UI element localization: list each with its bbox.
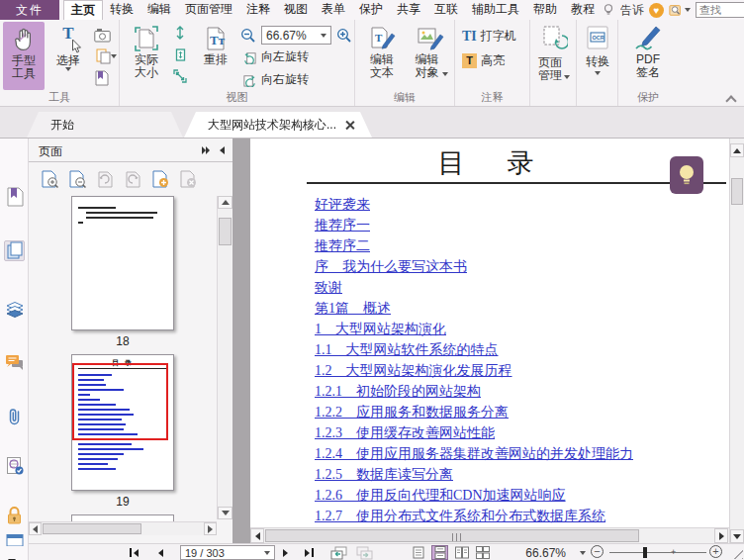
delete-page-button[interactable]: [178, 169, 198, 189]
continuous-facing-view-button[interactable]: [474, 545, 491, 560]
menu-item-页面管理[interactable]: 页面管理: [178, 0, 239, 20]
previous-view-button[interactable]: [330, 545, 347, 560]
panel-scroll-thumb[interactable]: [219, 218, 232, 245]
pages-panel-button[interactable]: [4, 240, 25, 261]
reflow-button[interactable]: Tт 重排: [195, 22, 236, 90]
toc-link[interactable]: 1.2.6 使用反向代理和CDN加速网站响应: [315, 486, 725, 507]
find-input[interactable]: [696, 2, 744, 18]
toc-link[interactable]: 第1篇 概述: [315, 299, 725, 320]
doc-scroll-right-button[interactable]: [714, 528, 728, 543]
status-zoom-value[interactable]: 66.67%: [514, 545, 566, 560]
zoom-in-circle-button[interactable]: +: [709, 545, 722, 558]
toc-link[interactable]: 1.2.2 应用服务和数据服务分离: [315, 403, 725, 423]
window-resize-grip[interactable]: [730, 546, 743, 559]
first-page-button[interactable]: [130, 545, 139, 560]
zoom-slider[interactable]: +: [609, 545, 706, 560]
last-page-button[interactable]: [305, 545, 314, 560]
menu-item-保护[interactable]: 保护: [352, 0, 390, 20]
attachments-panel-button[interactable]: [4, 406, 25, 426]
zoom-level-combo[interactable]: 66.67%: [261, 26, 331, 45]
panel-scroll-up-button[interactable]: [218, 196, 232, 209]
assistant-bulb-button[interactable]: [670, 156, 703, 194]
toc-link[interactable]: 致谢: [315, 278, 725, 299]
convert-button[interactable]: OCR 转换: [581, 24, 614, 103]
next-page-button[interactable]: [283, 545, 288, 560]
toc-link[interactable]: 1.2 大型网站架构演化发展历程: [315, 361, 725, 382]
zoom-out-circle-button[interactable]: −: [591, 545, 604, 558]
page-number-combo[interactable]: 19 / 303: [180, 545, 275, 560]
menu-item-辅助工具[interactable]: 辅助工具: [465, 0, 526, 20]
toc-link[interactable]: 1.1 大型网站软件系统的特点: [315, 340, 725, 361]
toc-link[interactable]: 1.2.1 初始阶段的网站架构: [315, 382, 725, 403]
rotate-left-button[interactable]: 向左旋转: [242, 48, 309, 65]
menu-item-主页[interactable]: 主页: [63, 0, 103, 20]
toc-link[interactable]: 1.2.7 使用分布式文件系统和分布式数据库系统: [315, 507, 725, 527]
panel-hscroll-thumb[interactable]: [43, 523, 141, 534]
favorite-heart-icon[interactable]: ♥: [649, 3, 664, 18]
bookmarks-panel-button[interactable]: [4, 186, 25, 207]
rotate-right-button[interactable]: 向右旋转: [242, 71, 309, 88]
destinations-panel-button[interactable]: [4, 534, 25, 546]
toc-link[interactable]: 1.2.4 使用应用服务器集群改善网站的并发处理能力: [315, 444, 725, 465]
tell-me-label[interactable]: 告诉: [620, 2, 644, 19]
rotate-page-left-button[interactable]: [95, 169, 115, 189]
panel-vertical-scrollbar[interactable]: [217, 196, 232, 519]
security-panel-button[interactable]: [4, 505, 25, 525]
rotate-page-right-button[interactable]: [123, 169, 142, 189]
menu-item-互联[interactable]: 互联: [427, 0, 465, 20]
menu-item-帮助[interactable]: 帮助: [526, 0, 564, 20]
tab-start[interactable]: 开始: [27, 112, 183, 138]
tab-close-icon[interactable]: [345, 120, 354, 129]
highlight-button[interactable]: T 高亮: [462, 52, 505, 69]
toc-link[interactable]: 好评袭来: [315, 195, 725, 216]
doc-vscroll-thumb[interactable]: [731, 178, 743, 205]
panel-splitter[interactable]: [232, 139, 250, 543]
thumbnail-zoom-in-button[interactable]: [40, 169, 59, 189]
status-zoom-caret[interactable]: [580, 545, 586, 560]
previous-page-button[interactable]: [158, 545, 163, 560]
toc-link[interactable]: 1.2.3 使用缓存改善网站性能: [315, 423, 725, 444]
menu-item-教程[interactable]: 教程: [564, 0, 602, 20]
snapshot-button[interactable]: [93, 26, 111, 44]
edit-text-button[interactable]: T 编辑文本: [360, 22, 404, 90]
menu-item-共享[interactable]: 共享: [390, 0, 427, 20]
menu-item-表单[interactable]: 表单: [315, 0, 352, 20]
document-horizontal-scrollbar[interactable]: [250, 527, 729, 543]
file-menu-button[interactable]: 文件: [0, 0, 59, 20]
signatures-panel-button[interactable]: [4, 455, 25, 476]
doc-hscroll-thumb[interactable]: [265, 529, 639, 542]
facing-view-button[interactable]: [453, 545, 470, 560]
toc-link[interactable]: 1 大型网站架构演化: [315, 320, 725, 340]
actual-size-button[interactable]: 实际大小: [124, 22, 169, 90]
document-vertical-scrollbar[interactable]: [729, 139, 744, 543]
doc-scroll-left-button[interactable]: [250, 528, 264, 543]
toc-link[interactable]: 推荐序一: [315, 216, 725, 236]
layers-panel-button[interactable]: [4, 298, 25, 319]
zoom-slider-thumb[interactable]: [643, 547, 647, 558]
menu-item-转换[interactable]: 转换: [103, 0, 140, 20]
doc-scroll-up-button[interactable]: [730, 143, 744, 157]
fit-page-button[interactable]: [172, 47, 188, 62]
fit-height-button[interactable]: [172, 25, 188, 41]
pdf-sign-button[interactable]: PDF签名: [628, 22, 668, 87]
toc-link[interactable]: 1.2.5 数据库读写分离: [315, 465, 725, 486]
menu-item-编辑[interactable]: 编辑: [140, 0, 178, 20]
clipboard-button[interactable]: [93, 47, 119, 65]
bookmark-tool-button[interactable]: [93, 69, 111, 87]
viewport-indicator[interactable]: [72, 363, 168, 440]
menu-item-注释[interactable]: 注释: [239, 0, 277, 20]
next-view-button[interactable]: [356, 545, 373, 560]
ribbon-collapse-button[interactable]: [726, 96, 736, 102]
toc-link[interactable]: 推荐序二: [315, 236, 725, 257]
panel-scroll-down-button[interactable]: [218, 507, 232, 519]
hand-tool-button[interactable]: 手型工具: [3, 22, 45, 90]
thumbnail-page-19[interactable]: 目 录: [71, 354, 174, 491]
search-settings-button[interactable]: [669, 3, 691, 17]
typewriter-button[interactable]: TI 打字机: [462, 28, 516, 45]
panel-collapse-button[interactable]: [220, 146, 225, 154]
page-management-button[interactable]: 页面管理: [535, 24, 572, 103]
fit-visible-button[interactable]: [172, 68, 188, 84]
select-tool-button[interactable]: T 选择: [48, 22, 88, 90]
panel-scroll-left-button[interactable]: [29, 522, 42, 535]
doc-scroll-down-button[interactable]: [730, 529, 744, 543]
